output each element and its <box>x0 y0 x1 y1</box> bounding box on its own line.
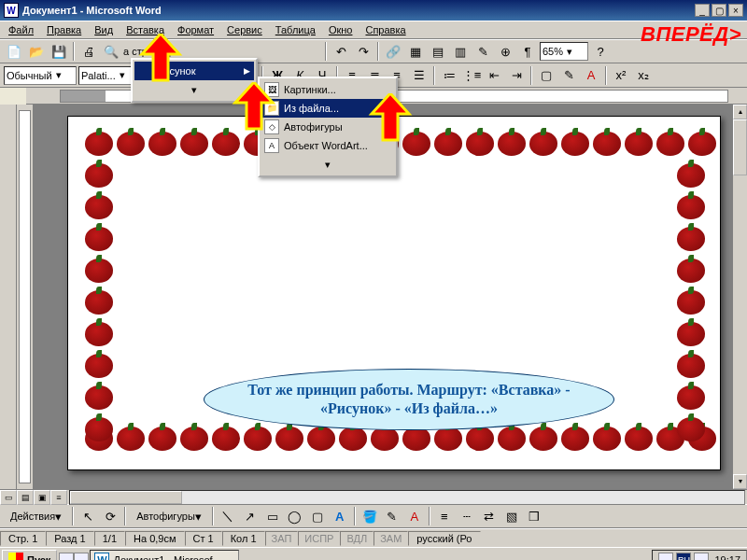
open-button[interactable]: 📂 <box>26 41 47 62</box>
vertical-scrollbar[interactable]: ▴ ▾ <box>732 105 747 489</box>
3d-button[interactable]: ❒ <box>524 506 544 526</box>
ql-icon[interactable] <box>59 553 74 561</box>
redo-button[interactable]: ↷ <box>353 41 374 62</box>
indent-button[interactable]: ⇥ <box>506 65 527 86</box>
tray-icon[interactable] <box>658 553 673 561</box>
menu-tools[interactable]: Сервис <box>220 22 269 37</box>
menu-table[interactable]: Таблица <box>269 22 322 37</box>
para-button[interactable]: ¶ <box>517 41 538 62</box>
close-button[interactable]: × <box>728 4 743 17</box>
arrow-button[interactable]: ↗ <box>240 506 261 526</box>
sup-button[interactable]: x² <box>611 65 631 86</box>
save-button[interactable]: 💾 <box>49 41 69 62</box>
status-col: Кол 1 <box>222 531 265 546</box>
fontcolor2-button[interactable]: A <box>404 506 425 526</box>
status-sect: Разд 1 <box>46 531 93 546</box>
status-ext: ВДЛ <box>340 531 374 546</box>
menu-file[interactable]: Файл <box>2 22 40 37</box>
help-button[interactable]: ? <box>590 41 611 62</box>
hscroll-thumb[interactable] <box>70 491 182 504</box>
status-line: Ст 1 <box>185 531 222 546</box>
word-icon: W <box>94 553 109 561</box>
outline-view-button[interactable]: ≡ <box>50 490 67 505</box>
new-doc-button[interactable]: 📄 <box>4 41 24 62</box>
shadow-button[interactable]: ▧ <box>501 506 522 526</box>
forward-label[interactable]: ВПЕРЁД> <box>641 22 741 47</box>
svg-marker-0 <box>142 34 179 80</box>
status-at: На 0,9см <box>125 531 184 546</box>
tray-icon[interactable] <box>694 553 709 561</box>
arrow-picture <box>232 82 276 133</box>
taskbar: Пуск W Документ1 - Microsof... RU 19:17 <box>0 547 747 560</box>
minimize-button[interactable]: _ <box>695 4 710 17</box>
linestyle-button[interactable]: ≡ <box>434 506 455 526</box>
web-view-button[interactable]: ▤ <box>17 490 34 505</box>
preview-button[interactable]: 🔍 <box>101 41 121 62</box>
scroll-up-button[interactable]: ▴ <box>733 105 747 119</box>
menu-expand[interactable]: ▾ <box>261 155 394 174</box>
normal-view-button[interactable]: ▭ <box>0 490 17 505</box>
line-button[interactable]: ＼ <box>218 506 238 526</box>
drawing-toolbar: Действия ▾ ↖ ⟳ Автофигуры ▾ ＼ ↗ ▭ ◯ ▢ A … <box>0 504 747 528</box>
print-view-button[interactable]: ▣ <box>34 490 50 505</box>
horizontal-scrollbar[interactable] <box>69 490 745 505</box>
undo-button[interactable]: ↶ <box>331 41 351 62</box>
map-button[interactable]: ⊕ <box>495 41 515 62</box>
status-bar: Стр. 1 Разд 1 1/1 На 0,9см Ст 1 Кол 1 ЗА… <box>0 528 747 547</box>
outdent-button[interactable]: ⇤ <box>484 65 504 86</box>
taskbar-app-button[interactable]: W Документ1 - Microsof... <box>90 550 239 561</box>
scroll-down-button[interactable]: ▾ <box>733 474 747 489</box>
sub-button[interactable]: x₂ <box>633 65 654 86</box>
print-button[interactable]: 🖨 <box>78 41 99 62</box>
status-page: Стр. 1 <box>0 531 46 546</box>
dash-button[interactable]: ┄ <box>457 506 477 526</box>
bullist-button[interactable]: ⋮≡ <box>461 65 482 86</box>
rotate-button[interactable]: ⟳ <box>100 506 120 526</box>
excel-button[interactable]: ▤ <box>428 41 448 62</box>
style-combo[interactable]: Обычный▾ <box>4 66 77 85</box>
menu-view[interactable]: Вид <box>88 22 120 37</box>
highlight-button[interactable]: ✎ <box>558 65 579 86</box>
start-button[interactable]: Пуск <box>2 550 57 561</box>
wordart-icon: A <box>264 138 279 153</box>
rect-button[interactable]: ▭ <box>262 506 283 526</box>
status-rec: ЗАП <box>265 531 299 546</box>
menu-help[interactable]: Справка <box>359 22 412 37</box>
separator <box>73 42 75 61</box>
wordart-button[interactable]: A <box>330 506 350 526</box>
arrow-insert <box>138 34 183 84</box>
numlist-button[interactable]: ≔ <box>439 65 459 86</box>
autoshapes-menu[interactable]: Автофигуры ▾ <box>130 506 208 526</box>
menu-bar: Файл Правка Вид Вставка Формат Сервис Та… <box>0 21 747 39</box>
arrows-button[interactable]: ⇄ <box>479 506 500 526</box>
actions-menu[interactable]: Действия ▾ <box>4 506 68 526</box>
fontcolor-button[interactable]: A <box>581 65 601 86</box>
menu-window[interactable]: Окно <box>322 22 359 37</box>
status-trk: ИСПР <box>298 531 340 546</box>
separator <box>325 42 327 61</box>
callout-text: Тот же принцип работы. Маршрут: «Вставка… <box>227 381 591 418</box>
menu-edit[interactable]: Правка <box>40 22 88 37</box>
drawing-button[interactable]: ✎ <box>472 41 493 62</box>
columns-button[interactable]: ▥ <box>450 41 471 62</box>
select-button[interactable]: ↖ <box>78 506 98 526</box>
view-buttons: ▭ ▤ ▣ ≡ <box>0 490 67 505</box>
textbox-button[interactable]: ▢ <box>307 506 328 526</box>
vertical-ruler[interactable] <box>17 105 34 489</box>
scroll-thumb[interactable] <box>733 119 747 175</box>
align-just-button[interactable]: ☰ <box>409 65 430 86</box>
border-button[interactable]: ▢ <box>536 65 557 86</box>
zoom-combo[interactable]: 65%▾ <box>540 42 588 61</box>
status-ovr: ЗАМ <box>374 531 408 546</box>
link-button[interactable]: 🔗 <box>383 41 403 62</box>
oval-button[interactable]: ◯ <box>285 506 305 526</box>
lang-indicator[interactable]: RU <box>676 553 691 561</box>
clock[interactable]: 19:17 <box>714 554 740 561</box>
linecolor-button[interactable]: ✎ <box>382 506 402 526</box>
table-button[interactable]: ▦ <box>405 41 426 62</box>
maximize-button[interactable]: ▢ <box>712 4 726 17</box>
status-lang[interactable]: русский (Ро <box>408 531 480 546</box>
ql-icon[interactable] <box>74 553 89 561</box>
fill-button[interactable]: 🪣 <box>359 506 380 526</box>
title-bar: W Документ1 - Microsoft Word _ ▢ × <box>0 0 747 21</box>
